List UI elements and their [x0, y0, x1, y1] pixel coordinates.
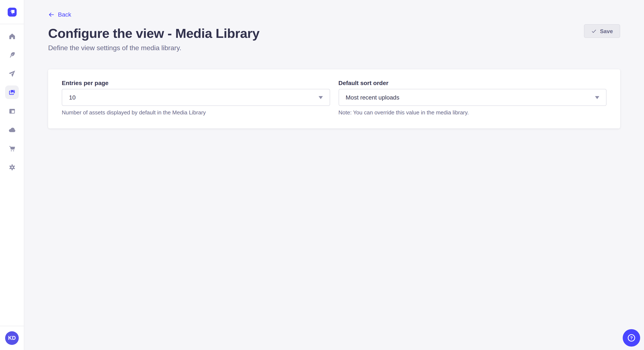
- default-sort-order-select[interactable]: Most recent uploads: [338, 89, 606, 106]
- save-button[interactable]: Save: [584, 24, 620, 38]
- sidebar-nav: [5, 24, 19, 174]
- default-sort-order-value: Most recent uploads: [346, 94, 399, 101]
- sidebar-item-releases[interactable]: [5, 67, 19, 80]
- strapi-logo-icon: [8, 7, 16, 16]
- sidebar: KD: [0, 0, 24, 350]
- settings-card: Entries per page 10 Number of assets dis…: [48, 69, 620, 128]
- svg-text:?: ?: [630, 335, 633, 340]
- sidebar-item-settings[interactable]: [5, 160, 19, 174]
- home-icon: [8, 32, 16, 40]
- paper-plane-icon: [8, 70, 16, 78]
- page-subtitle: Define the view settings of the media li…: [48, 44, 620, 52]
- caret-down-icon: [595, 96, 599, 99]
- gear-icon: [8, 163, 16, 171]
- entries-per-page-hint: Number of assets displayed by default in…: [62, 109, 330, 116]
- sidebar-item-marketplace[interactable]: [5, 142, 19, 155]
- default-sort-order-hint: Note: You can override this value in the…: [338, 109, 606, 116]
- page-header: Back Configure the view - Media Library …: [24, 0, 644, 52]
- main-content: Back Configure the view - Media Library …: [24, 0, 644, 350]
- cart-icon: [8, 144, 16, 153]
- logo-section: [0, 0, 24, 24]
- sidebar-item-home[interactable]: [5, 29, 19, 43]
- entries-per-page-label: Entries per page: [62, 79, 330, 86]
- feather-icon: [8, 51, 16, 59]
- sidebar-item-cloud[interactable]: [5, 123, 19, 137]
- field-default-sort-order: Default sort order Most recent uploads N…: [338, 79, 606, 121]
- sidebar-item-content-type-builder[interactable]: [5, 104, 19, 118]
- layout-icon: [8, 107, 16, 115]
- save-label: Save: [600, 28, 613, 34]
- check-icon: [591, 28, 596, 34]
- field-entries-per-page: Entries per page 10 Number of assets dis…: [62, 79, 330, 121]
- entries-per-page-value: 10: [69, 94, 76, 101]
- help-button[interactable]: ?: [623, 329, 640, 347]
- strapi-logo-button[interactable]: [8, 7, 16, 16]
- page-title: Configure the view - Media Library: [48, 25, 620, 41]
- default-sort-order-label: Default sort order: [338, 79, 606, 86]
- entries-per-page-select[interactable]: 10: [62, 89, 330, 106]
- question-mark-icon: ?: [626, 333, 636, 343]
- sidebar-item-media-library[interactable]: [5, 85, 19, 99]
- cloud-icon: [8, 126, 16, 134]
- avatar-section: KD: [0, 326, 24, 350]
- avatar[interactable]: KD: [5, 331, 19, 345]
- back-label: Back: [58, 11, 71, 18]
- caret-down-icon: [318, 96, 323, 99]
- images-icon: [8, 88, 16, 96]
- app-viewport: KD Back Configure the view - Media Libra…: [0, 0, 644, 350]
- arrow-left-icon: [48, 11, 54, 18]
- sidebar-item-content-manager[interactable]: [5, 48, 19, 62]
- back-link[interactable]: Back: [48, 11, 71, 18]
